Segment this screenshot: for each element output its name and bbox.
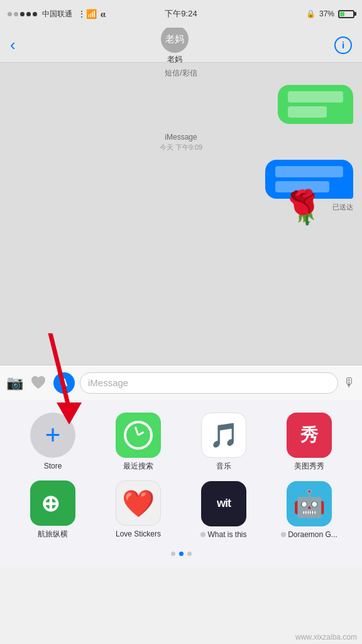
lock-icon: 🔒 (306, 9, 315, 18)
back-button[interactable]: ‹ (10, 35, 16, 55)
mic-icon[interactable]: 🎙 (343, 375, 356, 390)
imessage-label: iMessage (0, 128, 362, 143)
apps-panel: + Store 最近搜索 🎵 音乐 秀 美图 (0, 400, 362, 567)
app-item-whatisthis[interactable]: wit What is this (189, 481, 258, 539)
apps-row-1: + Store 最近搜索 🎵 音乐 秀 美图 (0, 413, 362, 480)
watermark: www.xixzaiba.com (295, 633, 357, 641)
imessage-time: 今天 下午9:09 (0, 143, 362, 156)
ind-dot-1 (171, 552, 175, 556)
battery-icon (338, 10, 354, 18)
love-heart-icon: ❤️ (122, 488, 155, 519)
nav-bar: ‹ 老妈 老妈 i (0, 28, 362, 63)
music-note-icon: 🎵 (209, 421, 239, 449)
bubble-content-1 (278, 85, 353, 124)
whatisthis-app-icon: wit (201, 481, 246, 526)
music-app-icon: 🎵 (201, 413, 246, 458)
recent-label: 最近搜索 (123, 462, 153, 470)
sent-bubble-1 (0, 81, 362, 128)
message-placeholder: iMessage (88, 377, 128, 388)
heart-icon-svg (30, 374, 47, 392)
carrier-label: 中国联通 (42, 9, 72, 19)
hanglu-logo-svg: ⊕ (38, 489, 67, 518)
apps-row-2: ⊕ 航旅纵横 ❤️ Love Stickers wit What is this (0, 480, 362, 548)
rose-sticker: 🌹 (280, 186, 327, 230)
info-button[interactable]: i (334, 36, 352, 54)
app-item-lovestickers[interactable]: ❤️ Love Stickers (104, 480, 173, 538)
status-left: 中国联通 ⋮📶 𝛂 (8, 9, 106, 19)
app-item-recent[interactable]: 最近搜索 (104, 413, 173, 470)
dot4 (26, 12, 31, 16)
status-bar: 中国联通 ⋮📶 𝛂 下午9:24 🔒 37% (0, 0, 362, 28)
battery-percentage: 37% (319, 9, 334, 18)
ind-dot-2 (179, 552, 184, 556)
wifi-icon: ⋮📶 (77, 9, 97, 19)
app-item-doraemon[interactable]: 🤖 Doraemon G... (275, 481, 344, 539)
doraemon-label-row: Doraemon G... (281, 530, 337, 539)
input-bar: 📷 A iMessage 🎙 (0, 365, 362, 400)
wit-text: wit (217, 497, 231, 510)
battery-fill (340, 12, 344, 16)
store-app-icon: + (30, 413, 75, 458)
recent-app-icon (116, 413, 161, 458)
contact-header: 老妈 老妈 (161, 25, 189, 65)
doraemon-app-icon: 🤖 (287, 481, 332, 526)
dot2 (14, 12, 18, 16)
doraemon-label: Doraemon G... (288, 530, 337, 539)
doraemon-dot (281, 532, 286, 537)
status-time: 下午9:24 (165, 8, 197, 19)
status-right: 🔒 37% (306, 9, 354, 18)
lovestickers-label: Love Stickers (116, 530, 161, 538)
music-label: 音乐 (216, 462, 231, 470)
avatar: 老妈 (161, 25, 189, 53)
sms-label: 短信/彩信 (0, 63, 362, 81)
camera-icon[interactable]: 📷 (6, 375, 23, 391)
app-item-hanglu[interactable]: ⊕ 航旅纵横 (18, 480, 87, 538)
dot3 (20, 12, 25, 16)
meitu-label: 美图秀秀 (294, 462, 324, 470)
whatisthis-dot (200, 532, 206, 537)
app-store-icon[interactable]: A (53, 372, 75, 394)
hanglu-label: 航旅纵横 (38, 530, 68, 538)
blurred-text-3 (275, 166, 343, 177)
hanglu-app-icon: ⊕ (30, 480, 75, 526)
svg-text:⊕: ⊕ (41, 491, 60, 516)
sticker-icon[interactable] (28, 373, 48, 393)
dot5 (33, 12, 37, 16)
message-input[interactable]: iMessage (80, 372, 338, 394)
store-label: Store (44, 462, 62, 470)
app-item-meitu[interactable]: 秀 美图秀秀 (275, 413, 344, 470)
lovestickers-app-icon: ❤️ (116, 480, 161, 526)
doraemon-emoji: 🤖 (293, 488, 326, 519)
messages-area: 短信/彩信 iMessage 今天 下午9:09 🌹 已送达 (0, 63, 362, 365)
dot1 (8, 12, 12, 16)
ind-dot-3 (187, 552, 192, 556)
app-item-music[interactable]: 🎵 音乐 (189, 413, 258, 470)
whatisthis-label-row: What is this (200, 530, 246, 539)
plus-icon: + (45, 422, 61, 448)
meitu-text: 秀 (300, 423, 318, 447)
blurred-text-2 (288, 106, 327, 118)
meitu-app-icon: 秀 (287, 413, 332, 458)
whatisthis-label: What is this (207, 530, 246, 539)
app-item-store[interactable]: + Store (18, 413, 87, 470)
wifi-symbol: 𝛂 (101, 9, 106, 19)
blurred-text-1 (288, 91, 343, 103)
indicator-dots (0, 549, 362, 561)
signal-dots (8, 12, 37, 16)
